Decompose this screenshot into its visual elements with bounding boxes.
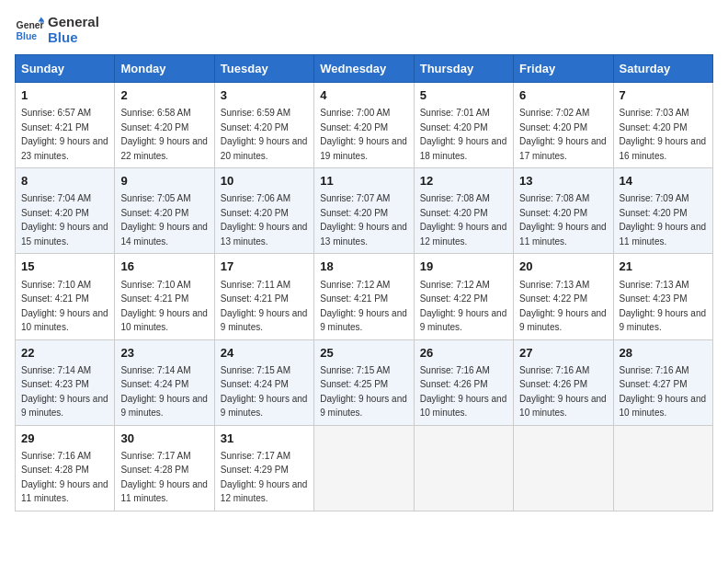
day-detail: Sunrise: 7:15 AMSunset: 4:25 PMDaylight:… xyxy=(320,365,407,419)
calendar-cell: 16 Sunrise: 7:10 AMSunset: 4:21 PMDaylig… xyxy=(115,254,214,339)
day-number: 17 xyxy=(221,259,308,275)
calendar-cell: 13 Sunrise: 7:08 AMSunset: 4:20 PMDaylig… xyxy=(514,168,613,254)
calendar-cell: 12 Sunrise: 7:08 AMSunset: 4:20 PMDaylig… xyxy=(414,168,513,254)
calendar-cell: 8 Sunrise: 7:04 AMSunset: 4:20 PMDayligh… xyxy=(16,168,115,254)
calendar-cell: 2 Sunrise: 6:58 AMSunset: 4:20 PMDayligh… xyxy=(115,83,214,168)
calendar-cell: 26 Sunrise: 7:16 AMSunset: 4:26 PMDaylig… xyxy=(414,339,513,425)
day-number: 21 xyxy=(620,259,707,275)
calendar-cell: 4 Sunrise: 7:00 AMSunset: 4:20 PMDayligh… xyxy=(314,83,414,168)
calendar-cell: 6 Sunrise: 7:02 AMSunset: 4:20 PMDayligh… xyxy=(514,83,613,168)
day-detail: Sunrise: 7:14 AMSunset: 4:24 PMDaylight:… xyxy=(120,365,208,419)
calendar-cell: 23 Sunrise: 7:14 AMSunset: 4:24 PMDaylig… xyxy=(115,339,214,425)
calendar-cell: 22 Sunrise: 7:14 AMSunset: 4:23 PMDaylig… xyxy=(16,339,115,425)
calendar-table: SundayMondayTuesdayWednesdayThursdayFrid… xyxy=(15,54,713,511)
day-number: 30 xyxy=(120,431,208,447)
day-detail: Sunrise: 7:02 AMSunset: 4:20 PMDaylight:… xyxy=(519,108,607,161)
day-detail: Sunrise: 7:16 AMSunset: 4:26 PMDaylight:… xyxy=(519,365,607,419)
day-number: 18 xyxy=(320,259,407,275)
day-detail: Sunrise: 6:59 AMSunset: 4:20 PMDaylight:… xyxy=(221,108,308,161)
day-detail: Sunrise: 7:13 AMSunset: 4:23 PMDaylight:… xyxy=(620,280,707,333)
calendar-cell: 10 Sunrise: 7:06 AMSunset: 4:20 PMDaylig… xyxy=(214,168,313,254)
day-number: 25 xyxy=(320,345,407,362)
calendar-cell: 3 Sunrise: 6:59 AMSunset: 4:20 PMDayligh… xyxy=(214,83,313,168)
day-detail: Sunrise: 6:57 AMSunset: 4:21 PMDaylight:… xyxy=(21,108,108,161)
header-thursday: Thursday xyxy=(414,55,513,83)
day-detail: Sunrise: 7:04 AMSunset: 4:20 PMDaylight:… xyxy=(21,193,108,247)
calendar-cell xyxy=(514,425,613,511)
day-number: 4 xyxy=(320,87,407,104)
day-detail: Sunrise: 7:10 AMSunset: 4:21 PMDaylight:… xyxy=(21,280,108,333)
calendar-cell: 1 Sunrise: 6:57 AMSunset: 4:21 PMDayligh… xyxy=(16,83,115,168)
day-detail: Sunrise: 7:09 AMSunset: 4:20 PMDaylight:… xyxy=(620,193,707,247)
day-number: 5 xyxy=(420,87,507,104)
calendar-cell: 20 Sunrise: 7:13 AMSunset: 4:22 PMDaylig… xyxy=(514,254,613,339)
header-wednesday: Wednesday xyxy=(314,55,414,83)
day-detail: Sunrise: 7:16 AMSunset: 4:27 PMDaylight:… xyxy=(620,365,707,419)
svg-text:General: General xyxy=(17,20,44,30)
day-detail: Sunrise: 7:05 AMSunset: 4:20 PMDaylight:… xyxy=(120,193,208,247)
day-detail: Sunrise: 7:10 AMSunset: 4:21 PMDaylight:… xyxy=(120,280,208,333)
day-number: 24 xyxy=(221,345,308,362)
day-detail: Sunrise: 7:17 AMSunset: 4:28 PMDaylight:… xyxy=(120,451,208,504)
day-number: 27 xyxy=(519,345,607,362)
calendar-cell: 11 Sunrise: 7:07 AMSunset: 4:20 PMDaylig… xyxy=(314,168,414,254)
day-detail: Sunrise: 7:13 AMSunset: 4:22 PMDaylight:… xyxy=(519,280,607,333)
calendar-week-row: 29 Sunrise: 7:16 AMSunset: 4:28 PMDaylig… xyxy=(16,425,713,511)
day-number: 23 xyxy=(120,345,208,362)
day-number: 13 xyxy=(519,173,607,190)
day-detail: Sunrise: 7:17 AMSunset: 4:29 PMDaylight:… xyxy=(221,451,308,504)
header-monday: Monday xyxy=(115,55,214,83)
day-number: 10 xyxy=(221,173,308,190)
day-detail: Sunrise: 6:58 AMSunset: 4:20 PMDaylight:… xyxy=(120,108,208,161)
calendar-body: 1 Sunrise: 6:57 AMSunset: 4:21 PMDayligh… xyxy=(16,83,713,511)
day-detail: Sunrise: 7:08 AMSunset: 4:20 PMDaylight:… xyxy=(420,193,507,247)
day-number: 26 xyxy=(420,345,507,362)
day-number: 14 xyxy=(620,173,707,190)
day-detail: Sunrise: 7:00 AMSunset: 4:20 PMDaylight:… xyxy=(320,108,407,161)
day-number: 29 xyxy=(21,431,108,447)
day-detail: Sunrise: 7:11 AMSunset: 4:21 PMDaylight:… xyxy=(221,280,308,333)
header-sunday: Sunday xyxy=(16,55,115,83)
day-detail: Sunrise: 7:03 AMSunset: 4:20 PMDaylight:… xyxy=(620,108,707,161)
calendar-header-row: SundayMondayTuesdayWednesdayThursdayFrid… xyxy=(16,55,713,83)
day-number: 12 xyxy=(420,173,507,190)
day-number: 6 xyxy=(519,87,607,104)
page-header: General Blue General Blue xyxy=(15,15,713,45)
calendar-cell: 21 Sunrise: 7:13 AMSunset: 4:23 PMDaylig… xyxy=(613,254,712,339)
day-detail: Sunrise: 7:12 AMSunset: 4:22 PMDaylight:… xyxy=(420,280,507,333)
calendar-cell xyxy=(314,425,414,511)
calendar-cell: 30 Sunrise: 7:17 AMSunset: 4:28 PMDaylig… xyxy=(115,425,214,511)
day-number: 11 xyxy=(320,173,407,190)
day-number: 8 xyxy=(21,173,108,190)
calendar-cell: 24 Sunrise: 7:15 AMSunset: 4:24 PMDaylig… xyxy=(214,339,313,425)
day-number: 2 xyxy=(120,87,208,104)
calendar-cell: 31 Sunrise: 7:17 AMSunset: 4:29 PMDaylig… xyxy=(214,425,313,511)
calendar-week-row: 22 Sunrise: 7:14 AMSunset: 4:23 PMDaylig… xyxy=(16,339,713,425)
calendar-cell: 18 Sunrise: 7:12 AMSunset: 4:21 PMDaylig… xyxy=(314,254,414,339)
calendar-cell: 5 Sunrise: 7:01 AMSunset: 4:20 PMDayligh… xyxy=(414,83,513,168)
day-detail: Sunrise: 7:16 AMSunset: 4:26 PMDaylight:… xyxy=(420,365,507,419)
day-detail: Sunrise: 7:14 AMSunset: 4:23 PMDaylight:… xyxy=(21,365,108,419)
day-detail: Sunrise: 7:08 AMSunset: 4:20 PMDaylight:… xyxy=(519,193,607,247)
day-detail: Sunrise: 7:06 AMSunset: 4:20 PMDaylight:… xyxy=(221,193,308,247)
logo: General Blue General Blue xyxy=(15,15,99,45)
svg-text:Blue: Blue xyxy=(17,30,38,40)
calendar-cell: 14 Sunrise: 7:09 AMSunset: 4:20 PMDaylig… xyxy=(613,168,712,254)
header-saturday: Saturday xyxy=(613,55,712,83)
calendar-cell: 28 Sunrise: 7:16 AMSunset: 4:27 PMDaylig… xyxy=(613,339,712,425)
day-number: 22 xyxy=(21,345,108,362)
calendar-week-row: 15 Sunrise: 7:10 AMSunset: 4:21 PMDaylig… xyxy=(16,254,713,339)
calendar-week-row: 8 Sunrise: 7:04 AMSunset: 4:20 PMDayligh… xyxy=(16,168,713,254)
calendar-cell xyxy=(613,425,712,511)
day-detail: Sunrise: 7:01 AMSunset: 4:20 PMDaylight:… xyxy=(420,108,507,161)
day-detail: Sunrise: 7:12 AMSunset: 4:21 PMDaylight:… xyxy=(320,280,407,333)
day-detail: Sunrise: 7:07 AMSunset: 4:20 PMDaylight:… xyxy=(320,193,407,247)
day-number: 1 xyxy=(21,87,108,104)
day-number: 20 xyxy=(519,259,607,275)
day-number: 31 xyxy=(221,431,308,447)
day-number: 15 xyxy=(21,259,108,275)
day-number: 28 xyxy=(620,345,707,362)
header-tuesday: Tuesday xyxy=(214,55,313,83)
calendar-cell: 27 Sunrise: 7:16 AMSunset: 4:26 PMDaylig… xyxy=(514,339,613,425)
calendar-cell: 15 Sunrise: 7:10 AMSunset: 4:21 PMDaylig… xyxy=(16,254,115,339)
